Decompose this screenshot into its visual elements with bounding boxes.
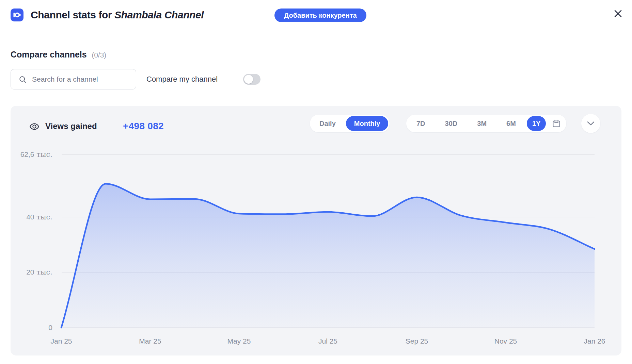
close-button[interactable] (613, 8, 623, 19)
channel-search-box (11, 69, 136, 89)
views-gained-chart[interactable] (11, 106, 621, 355)
compare-channels-heading: Compare channels (0/3) (11, 49, 106, 60)
add-competitor-button[interactable]: Добавить конкурента (274, 9, 366, 22)
compare-channels-counter: (0/3) (92, 51, 106, 59)
compare-my-channel-label: Compare my channel (146, 74, 218, 84)
x-axis-label: Sep 25 (393, 337, 441, 346)
y-axis-label: 62,6 тыс. (17, 150, 52, 159)
search-input[interactable] (32, 69, 132, 89)
y-axis-label: 0 (17, 323, 52, 332)
views-stats-card: Views gained +498 082 DailyMonthly 7D30D… (11, 106, 621, 355)
close-icon (613, 8, 623, 19)
x-axis-label: Jan 26 (571, 337, 618, 346)
channel-name: Shambala Channel (114, 9, 204, 20)
x-axis-label: Mar 25 (126, 337, 174, 346)
compare-my-channel-toggle[interactable] (243, 74, 260, 85)
x-axis-label: Nov 25 (482, 337, 530, 346)
toggle-knob (244, 75, 253, 84)
x-axis-label: Jul 25 (304, 337, 352, 346)
page-title: Channel stats forShambala Channel (31, 8, 204, 22)
area-fill (61, 184, 595, 328)
x-axis-label: May 25 (215, 337, 263, 346)
chart-series (61, 184, 595, 328)
vidiq-logo (11, 9, 23, 21)
y-axis-label: 20 тыс. (17, 268, 52, 277)
page-title-prefix: Channel stats for (31, 9, 112, 20)
x-axis-label: Jan 25 (37, 337, 85, 346)
compare-channels-title: Compare channels (11, 50, 87, 59)
search-icon (19, 76, 27, 83)
y-axis-label: 40 тыс. (17, 213, 52, 221)
